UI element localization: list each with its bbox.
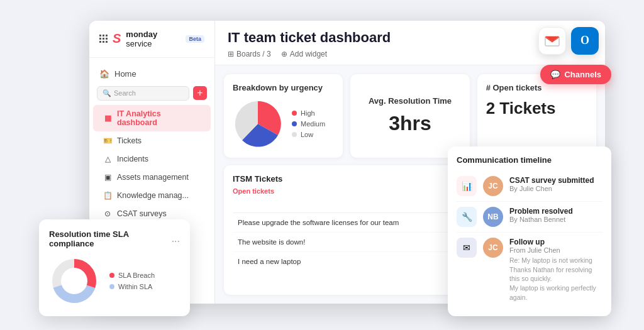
sidebar-item-label: IT Analytics dashboard: [117, 109, 201, 127]
col-desc: [233, 200, 467, 213]
sidebar-search-row: 🔍 Search +: [89, 82, 214, 104]
donut-chart: [49, 256, 99, 306]
avatar-julie: JC: [483, 176, 503, 196]
search-placeholder: Search: [114, 89, 136, 97]
resolved-title: Problem resolved: [509, 207, 602, 216]
outlook-icon[interactable]: O: [571, 27, 599, 55]
channels-button[interactable]: 💬 Channels: [540, 65, 611, 84]
avg-title: Avg. Resolution Time: [369, 96, 452, 106]
sla-content: SLA Breach Within SLA: [49, 256, 180, 306]
high-dot: [292, 111, 297, 116]
followup-icon: ✉: [457, 238, 477, 258]
sidebar-item-incidents[interactable]: △ Incidents: [93, 150, 211, 168]
incidents-icon: △: [103, 155, 112, 163]
medium-label: Medium: [301, 120, 325, 128]
sidebar-item-assets[interactable]: ▣ Assets management: [93, 168, 211, 186]
breadcrumb-row: ⊞ Boards / 3 ⊕ Add widget: [228, 50, 592, 58]
within-dot: [109, 284, 114, 289]
ticket-desc: I need a new laptop: [233, 251, 467, 271]
legend-high: High: [292, 109, 325, 117]
channels-label: Channels: [564, 70, 601, 79]
breakdown-title: Breakdown by urgency: [233, 83, 334, 92]
add-button[interactable]: +: [193, 86, 207, 100]
sidebar-item-label: Tickets: [117, 136, 142, 145]
pie-chart: [233, 99, 283, 149]
logo-s: S: [113, 31, 121, 46]
sla-card: Resolution time SLA compliance ... SLA B…: [39, 219, 190, 316]
breadcrumb-text: Boards / 3: [236, 50, 271, 58]
tickets-icon: 🎫: [103, 136, 112, 145]
logo-bold: monday: [126, 30, 157, 39]
gmail-svg: [544, 35, 560, 47]
sidebar-header: S monday service Beta: [89, 21, 214, 58]
breadcrumb: ⊞ Boards / 3: [228, 50, 271, 58]
logo-text: monday service: [126, 30, 180, 48]
comm-text-resolved: Problem resolved By Nathan Bennet: [509, 207, 602, 223]
sidebar-home[interactable]: 🏠 Home: [89, 65, 214, 82]
search-box[interactable]: 🔍 Search: [97, 86, 189, 101]
comm-item-csat: 📊 JC CSAT survey submitted By Julie Chen: [457, 171, 602, 202]
csat-survey-icon: 📊: [457, 176, 477, 196]
add-widget-label: Add widget: [290, 50, 327, 58]
comm-text-csat: CSAT survey submitted By Julie Chen: [509, 176, 602, 192]
breakdown-widget: Breakdown by urgency: [224, 74, 343, 158]
sidebar-item-analytics[interactable]: ▦ IT Analytics dashboard: [93, 105, 211, 131]
avatar-nathan: NB: [483, 207, 503, 227]
knowledge-icon: 📋: [103, 191, 112, 200]
add-widget-icon: ⊕: [281, 50, 287, 58]
low-label: Low: [301, 131, 313, 138]
comm-title: Communication timeline: [457, 155, 602, 165]
channels-icon: 💬: [550, 70, 560, 79]
pie-container: High Medium Low: [233, 99, 334, 149]
high-label: High: [301, 109, 315, 117]
apps-icon[interactable]: [99, 35, 108, 43]
beta-badge: Beta: [186, 35, 204, 43]
assets-icon: ▣: [103, 173, 112, 182]
sidebar-item-tickets[interactable]: 🎫 Tickets: [93, 132, 211, 150]
sla-title: Resolution time SLA compliance: [49, 229, 172, 248]
boards-icon: ⊞: [228, 50, 234, 58]
comm-text-followup: Follow up From Julie Chen Re: My laptop …: [509, 238, 602, 302]
open-tickets-widget: # Open tickets 2 Tickets: [477, 74, 596, 158]
open-title: # Open tickets: [486, 83, 587, 92]
outlook-letter: O: [580, 34, 589, 47]
sidebar-item-label: Incidents: [117, 155, 148, 163]
problem-resolved-icon: 🔧: [457, 207, 477, 227]
csat-subtitle: By Julie Chen: [509, 185, 602, 192]
widgets-row: Breakdown by urgency: [224, 74, 596, 158]
breach-dot: [109, 273, 114, 278]
sidebar-item-knowledge[interactable]: 📋 Knowledge manag...: [93, 187, 211, 204]
communication-card: Communication timeline 📊 JC CSAT survey …: [448, 146, 611, 316]
breach-label: SLA Breach: [118, 272, 155, 279]
low-dot: [292, 132, 297, 137]
gmail-icon[interactable]: [538, 27, 566, 55]
avatar-julie2: JC: [483, 238, 503, 258]
resolved-subtitle: By Nathan Bennet: [509, 216, 602, 223]
csat-icon: ⊙: [103, 209, 112, 218]
avg-resolution-widget: Avg. Resolution Time 3hrs: [350, 74, 469, 158]
sidebar-item-label: Assets management: [117, 173, 189, 182]
within-label: Within SLA: [118, 283, 152, 290]
logo-light: service: [126, 39, 152, 48]
page-title: IT team ticket dashboard: [228, 30, 592, 46]
sla-header: Resolution time SLA compliance ...: [49, 229, 180, 248]
add-widget-button[interactable]: ⊕ Add widget: [281, 50, 327, 58]
sidebar-item-label: CSAT surveys: [117, 209, 167, 218]
legend-low: Low: [292, 131, 325, 138]
open-value: 2 Tickets: [486, 99, 587, 118]
within-sla-legend: Within SLA: [109, 283, 155, 290]
sla-breach-legend: SLA Breach: [109, 272, 155, 279]
pie-legend: High Medium Low: [292, 109, 325, 138]
legend-medium: Medium: [292, 120, 325, 128]
ticket-desc: Please upgrade the software licenses for…: [233, 212, 467, 232]
comm-item-followup: ✉ JC Follow up From Julie Chen Re: My la…: [457, 233, 602, 307]
followup-subtitle: From Julie Chen: [509, 246, 602, 254]
ticket-desc: The website is down!: [233, 232, 467, 251]
avg-value: 3hrs: [389, 112, 431, 135]
comm-item-resolved: 🔧 NB Problem resolved By Nathan Bennet: [457, 202, 602, 233]
sla-menu-button[interactable]: ...: [172, 233, 180, 245]
integration-icons: O: [538, 27, 599, 55]
followup-title: Follow up: [509, 238, 602, 246]
home-icon: 🏠: [99, 69, 109, 79]
home-label: Home: [114, 69, 136, 79]
